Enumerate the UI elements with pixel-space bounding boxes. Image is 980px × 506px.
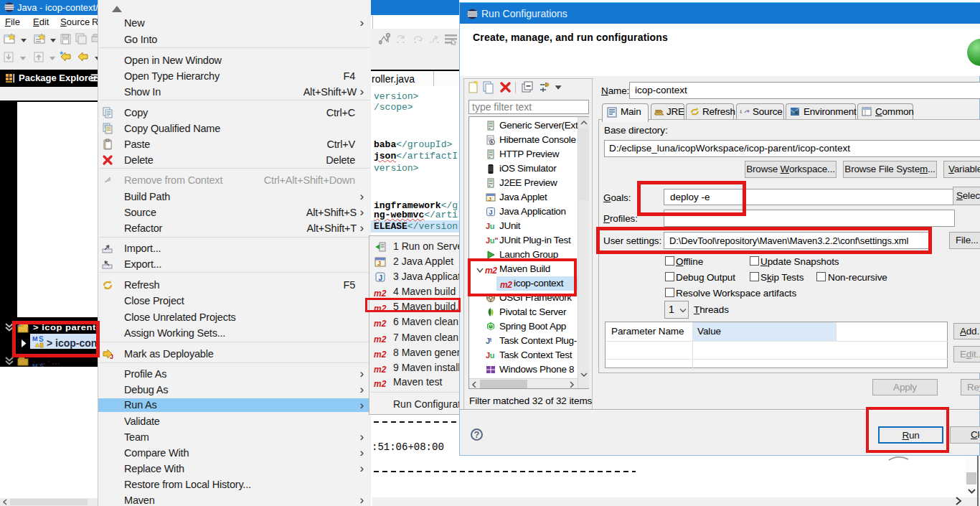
- svg-text:J: J: [379, 274, 383, 282]
- svg-text:J: J: [110, 353, 113, 360]
- svg-text:J: J: [489, 196, 491, 202]
- svg-text:ʵ: ʵ: [740, 108, 742, 116]
- svg-text:J: J: [489, 209, 493, 216]
- svg-text:J: J: [377, 260, 381, 267]
